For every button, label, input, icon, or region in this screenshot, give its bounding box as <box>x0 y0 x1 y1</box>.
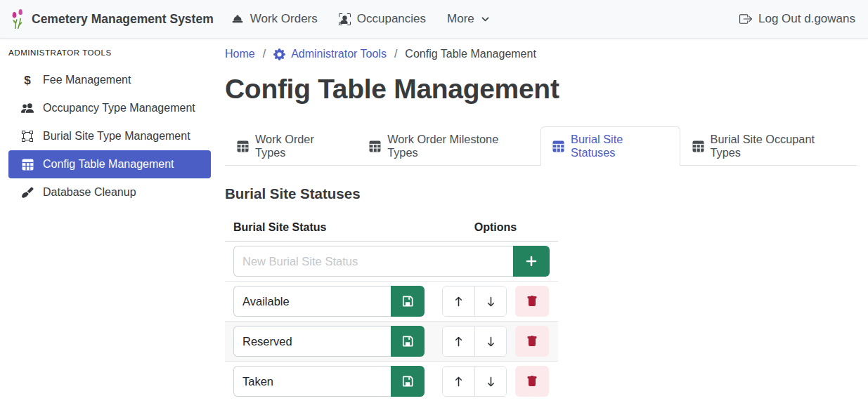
new-status-row <box>225 242 558 282</box>
save-button[interactable] <box>391 366 425 397</box>
new-status-input[interactable] <box>233 246 513 277</box>
sidebar-item-label: Occupancy Type Management <box>43 102 195 114</box>
tab-label: Work Order Milestone Types <box>387 133 529 159</box>
people-icon <box>21 102 34 114</box>
table-icon <box>692 140 704 152</box>
breadcrumb-admin-tools-label: Administrator Tools <box>291 48 387 60</box>
nav-occupancies-label: Occupancies <box>357 12 426 26</box>
sidebar-item-database-cleanup[interactable]: Database Cleanup <box>8 178 211 206</box>
nav-work-orders-label: Work Orders <box>250 12 318 26</box>
breadcrumb-current: Config Table Management <box>405 48 536 60</box>
sidebar-item-label: Burial Site Type Management <box>43 130 190 143</box>
breadcrumb-separator: / <box>263 48 266 60</box>
arrow-up-icon <box>453 376 464 387</box>
nav-work-orders[interactable]: Work Orders <box>221 6 328 32</box>
status-input[interactable] <box>233 286 391 317</box>
nav-more-dropdown[interactable]: More <box>436 6 500 32</box>
flower-logo-icon <box>10 8 25 29</box>
table-row <box>225 282 558 322</box>
move-up-button[interactable] <box>443 286 474 316</box>
nav-more-label: More <box>447 12 474 26</box>
delete-button[interactable] <box>515 326 549 357</box>
sidebar-item-fee-management[interactable]: $ Fee Management <box>8 66 211 94</box>
currency-dollar-icon: $ <box>21 74 34 86</box>
tab-burial-site-occupant-types[interactable]: Burial Site Occupant Types <box>680 126 857 166</box>
sidebar-item-label: Fee Management <box>43 74 131 86</box>
logout-icon <box>739 13 752 25</box>
save-icon <box>402 296 413 307</box>
breadcrumb-home-link[interactable]: Home <box>225 48 255 60</box>
tab-burial-site-statuses[interactable]: Burial Site Statuses <box>540 126 680 166</box>
person-bounding-box-icon <box>339 13 351 25</box>
page-title: Config Table Management <box>225 74 857 105</box>
table-row <box>225 322 558 362</box>
tab-work-order-milestone-types[interactable]: Work Order Milestone Types <box>357 126 540 166</box>
gear-icon <box>273 48 285 60</box>
delete-button[interactable] <box>515 366 549 397</box>
column-header-burial-site-status: Burial Site Status <box>225 216 433 242</box>
save-button[interactable] <box>391 286 425 317</box>
sidebar-item-label: Database Cleanup <box>43 186 136 199</box>
arrow-down-icon <box>486 376 496 387</box>
arrow-down-icon <box>486 296 496 307</box>
section-heading: Burial Site Statuses <box>225 185 857 202</box>
table-row <box>225 362 558 402</box>
brand[interactable]: Cemetery Management System <box>10 8 214 29</box>
column-header-options: Options <box>433 216 558 242</box>
add-status-button[interactable] <box>513 246 550 277</box>
tab-bar: Work Order Types Work Order Milestone Ty… <box>225 126 857 166</box>
table-icon <box>552 140 564 152</box>
arrow-up-icon <box>453 296 464 307</box>
chevron-down-icon <box>481 15 490 24</box>
trash-icon <box>526 376 538 387</box>
breadcrumb-separator: / <box>394 48 397 60</box>
bounding-box-icon <box>21 131 34 142</box>
hard-hat-icon <box>231 13 244 25</box>
burial-site-status-table: Burial Site Status Options <box>225 216 558 401</box>
logout-link[interactable]: Log Out d.gowans <box>729 6 857 32</box>
save-icon <box>402 376 413 387</box>
breadcrumb-home-label: Home <box>225 48 255 60</box>
breadcrumb: Home / Administrator Tools / Config Tabl… <box>225 45 857 63</box>
broom-icon <box>21 187 34 199</box>
status-input[interactable] <box>233 366 391 397</box>
reorder-button-group <box>442 366 507 397</box>
move-down-button[interactable] <box>474 367 506 396</box>
tab-label: Burial Site Statuses <box>571 133 668 159</box>
sidebar: Administrator Tools $ Fee Management Occ… <box>0 39 219 415</box>
brand-label: Cemetery Management System <box>32 12 214 27</box>
top-navbar: Cemetery Management System Work Orders O… <box>0 0 868 39</box>
reorder-button-group <box>442 326 507 357</box>
trash-icon <box>526 336 538 347</box>
nav-occupancies[interactable]: Occupancies <box>328 6 436 32</box>
save-button[interactable] <box>391 326 425 357</box>
sidebar-item-occupancy-type-management[interactable]: Occupancy Type Management <box>8 94 211 122</box>
move-down-button[interactable] <box>474 327 506 356</box>
tab-work-order-types[interactable]: Work Order Types <box>225 126 357 166</box>
sidebar-item-config-table-management[interactable]: Config Table Management <box>8 150 211 178</box>
save-icon <box>402 336 413 347</box>
tab-label: Work Order Types <box>255 133 345 159</box>
arrow-up-icon <box>453 336 464 347</box>
move-up-button[interactable] <box>443 327 474 356</box>
trash-icon <box>526 296 538 307</box>
breadcrumb-admin-tools-link[interactable]: Administrator Tools <box>273 48 387 60</box>
sidebar-heading: Administrator Tools <box>0 44 219 66</box>
logout-label: Log Out d.gowans <box>758 12 855 26</box>
table-header-row: Burial Site Status Options <box>225 216 558 242</box>
sidebar-item-burial-site-type-management[interactable]: Burial Site Type Management <box>8 122 211 150</box>
sidebar-item-label: Config Table Management <box>43 158 174 171</box>
main-content: Home / Administrator Tools / Config Tabl… <box>219 39 868 415</box>
table-icon <box>21 159 34 171</box>
table-icon <box>369 140 381 152</box>
tab-label: Burial Site Occupant Types <box>711 133 845 159</box>
reorder-button-group <box>442 286 507 317</box>
plus-icon <box>525 255 538 268</box>
move-down-button[interactable] <box>474 286 506 316</box>
arrow-down-icon <box>486 336 496 347</box>
move-up-button[interactable] <box>443 367 474 396</box>
status-input[interactable] <box>233 326 391 357</box>
table-icon <box>237 140 249 152</box>
delete-button[interactable] <box>515 286 549 317</box>
